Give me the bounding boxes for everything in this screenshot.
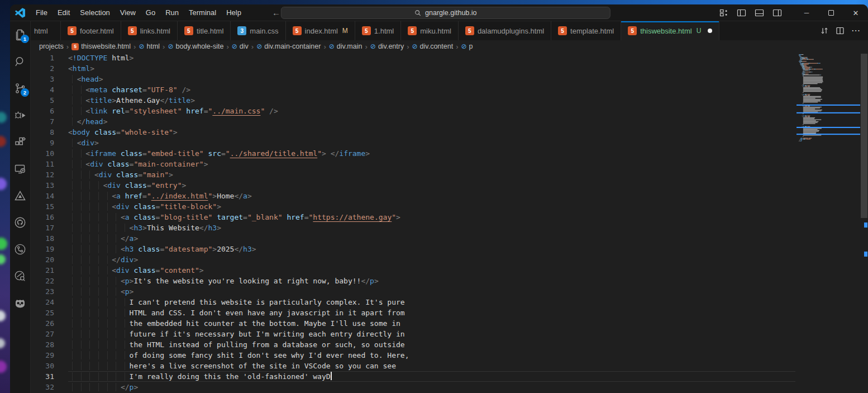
toggle-primary-sidebar-icon[interactable] [737, 8, 746, 17]
code-line-32[interactable]: </p> [68, 382, 795, 392]
code-editor[interactable]: 1234567891011121314151617181920212223242… [31, 53, 868, 393]
code-content[interactable]: <!DOCTYPE html><html> <head> <meta chars… [68, 53, 795, 392]
tab-1.html[interactable]: 51.html [355, 21, 401, 40]
code-line-12[interactable]: <div class="main"> [68, 169, 795, 180]
menu-file[interactable]: File [31, 4, 53, 21]
customize-layout-icon[interactable] [719, 8, 728, 17]
code-line-30[interactable]: here's a live screenshot of the site in … [68, 361, 795, 371]
toggle-panel-icon[interactable] [755, 8, 764, 17]
line-number[interactable]: 16 [31, 212, 54, 222]
code-line-18[interactable]: </a> [68, 233, 795, 244]
line-number[interactable]: 30 [31, 361, 54, 371]
line-number[interactable]: 12 [31, 169, 54, 180]
tab-miku.html[interactable]: 5miku.html [401, 21, 459, 40]
activity-github-icon[interactable] [10, 209, 31, 236]
activity-explorer-icon[interactable]: 1 [10, 21, 31, 48]
scrollbar-thumb[interactable] [861, 54, 867, 218]
code-line-27[interactable]: future if it's necessary but I'm writing… [68, 329, 795, 339]
menu-terminal[interactable]: Terminal [184, 4, 221, 21]
line-number[interactable]: 10 [31, 148, 54, 159]
code-line-16[interactable]: <a class="blog-title" target="_blank" hr… [68, 212, 795, 222]
breadcrumb-item-div.content[interactable]: ⊘div.content [412, 42, 454, 50]
code-line-6[interactable]: <link rel="stylesheet" href="../main.css… [68, 106, 795, 116]
compare-changes-icon[interactable] [820, 26, 829, 35]
line-number[interactable]: 15 [31, 201, 54, 212]
code-line-14[interactable]: <a href="../index.html">Home</a> [68, 191, 795, 201]
tab-dalamudplugins.html[interactable]: 5dalamudplugins.html [459, 21, 551, 40]
code-line-23[interactable]: <p> [68, 286, 795, 297]
code-line-5[interactable]: <title>Athene.Gay</title> [68, 95, 795, 106]
code-line-11[interactable]: <div class="main-container"> [68, 159, 795, 169]
line-number[interactable]: 31 [31, 371, 54, 382]
line-number[interactable]: 17 [31, 222, 54, 233]
code-line-7[interactable]: </head> [68, 116, 795, 127]
menu-view[interactable]: View [115, 4, 141, 21]
vertical-scrollbar[interactable] [860, 53, 868, 393]
code-line-24[interactable]: I can't pretend this website is particul… [68, 297, 795, 307]
code-line-3[interactable]: <head> [68, 74, 795, 84]
modified-dot-icon[interactable] [708, 29, 712, 33]
line-number[interactable]: 21 [31, 265, 54, 276]
line-number[interactable]: 5 [31, 95, 54, 106]
line-number[interactable]: 7 [31, 116, 54, 127]
breadcrumb-item-div[interactable]: ⊘div [232, 42, 249, 50]
breadcrumb-item-thiswebsite.html[interactable]: 5thiswebsite.html [71, 42, 131, 50]
line-number[interactable]: 14 [31, 191, 54, 201]
split-editor-icon[interactable] [836, 26, 845, 35]
menu-edit[interactable]: Edit [53, 4, 75, 21]
activity-source-control-icon[interactable]: 2 [10, 75, 31, 102]
code-line-1[interactable]: <!DOCTYPE html> [68, 53, 795, 63]
code-line-31[interactable]: I'm really doing this the 'old-fashioned… [68, 371, 795, 382]
code-line-28[interactable]: the HTML instead of pulling from a datab… [68, 339, 795, 350]
line-number-gutter[interactable]: 1234567891011121314151617181920212223242… [31, 53, 54, 392]
line-number[interactable]: 22 [31, 276, 54, 286]
breadcrumb-item-html[interactable]: ⊘html [139, 42, 160, 50]
line-number[interactable]: 20 [31, 254, 54, 265]
line-number[interactable]: 4 [31, 84, 54, 95]
tab-links.html[interactable]: 5links.html [121, 21, 178, 40]
line-number[interactable]: 18 [31, 233, 54, 244]
menu-help[interactable]: Help [221, 4, 246, 21]
line-number[interactable]: 24 [31, 297, 54, 307]
more-actions-icon[interactable]: ⋯ [851, 26, 860, 36]
line-number[interactable]: 13 [31, 180, 54, 191]
line-number[interactable]: 19 [31, 244, 54, 254]
line-number[interactable]: 8 [31, 127, 54, 138]
tab-template.html[interactable]: 5template.html [551, 21, 621, 40]
line-number[interactable]: 6 [31, 106, 54, 116]
code-line-17[interactable]: <h3>This Website</h3> [68, 222, 795, 233]
code-line-8[interactable]: <body class="whole-site"> [68, 127, 795, 138]
tab-main.css[interactable]: 3main.css [231, 21, 285, 40]
activity-code-inspect-icon[interactable] [10, 263, 31, 290]
line-number[interactable]: 11 [31, 159, 54, 169]
tab-index.html[interactable]: 5index.htmlM [286, 21, 355, 40]
tab-thiswebsite.html[interactable]: 5thiswebsite.htmlU [621, 21, 719, 40]
code-line-29[interactable]: of doing some fancy shit I don't see why… [68, 350, 795, 361]
line-number[interactable]: 23 [31, 286, 54, 297]
activity-godot-icon[interactable] [10, 290, 31, 316]
line-number[interactable]: 3 [31, 74, 54, 84]
line-number[interactable]: 32 [31, 382, 54, 392]
tab-footer.html[interactable]: 5footer.html [61, 21, 121, 40]
code-line-26[interactable]: the embedded hit counter at the bottom. … [68, 318, 795, 329]
toggle-secondary-sidebar-icon[interactable] [772, 8, 782, 17]
minimap[interactable] [797, 53, 860, 393]
breadcrumb-item-div.entry[interactable]: ⊘div.entry [370, 42, 404, 50]
line-number[interactable]: 28 [31, 339, 54, 350]
menu-go[interactable]: Go [141, 4, 160, 21]
breadcrumb-item-p[interactable]: ⊘p [461, 42, 473, 50]
activity-search-icon[interactable] [10, 48, 31, 75]
code-line-10[interactable]: <iframe class="embed-title" src="../shar… [68, 148, 795, 159]
code-line-19[interactable]: <h3 class="datestamp">2025</h3> [68, 244, 795, 254]
line-number[interactable]: 25 [31, 307, 54, 318]
code-line-22[interactable]: <p>It's the website you're looking at ri… [68, 276, 795, 286]
go-back-icon[interactable]: ← [272, 5, 280, 21]
line-number[interactable]: 2 [31, 63, 54, 74]
code-line-15[interactable]: <div class="title-block"> [68, 201, 795, 212]
tab-title.html[interactable]: 5title.html [178, 21, 231, 40]
activity-run-debug-icon[interactable] [10, 102, 31, 129]
code-line-25[interactable]: HTML and CSS. I don't even have any java… [68, 307, 795, 318]
activity-remote-explorer-icon[interactable] [10, 155, 31, 182]
code-line-20[interactable]: </div> [68, 254, 795, 265]
code-line-13[interactable]: <div class="entry"> [68, 180, 795, 191]
